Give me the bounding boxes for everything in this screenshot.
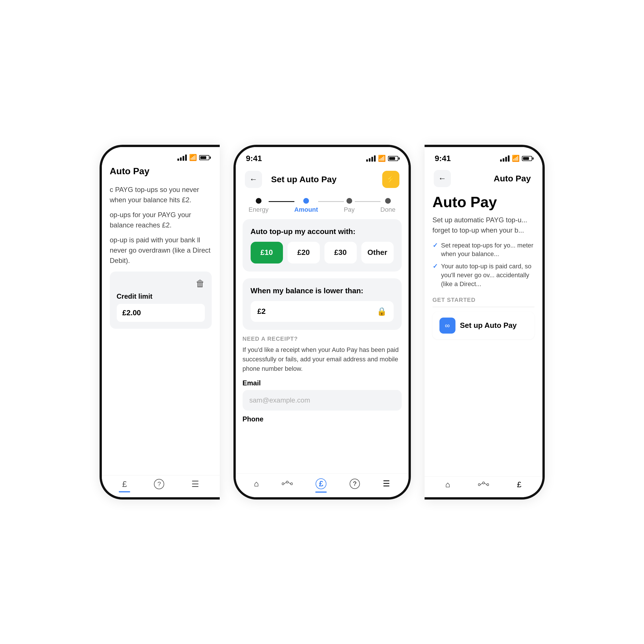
step-done-dot — [385, 198, 391, 204]
delete-icon[interactable]: 🗑 — [117, 278, 205, 289]
autopay-title: Auto Pay — [433, 194, 534, 210]
battery-icon — [522, 156, 532, 161]
amount-10-button[interactable]: £10 — [251, 242, 283, 263]
right-status-bar: 9:41 📶 — [425, 147, 542, 165]
step-done-label: Done — [381, 206, 396, 213]
amount-options: £10 £20 £30 Other — [251, 242, 394, 263]
payments-icon: £ — [122, 479, 127, 489]
center-nav-header: ← Set up Auto Pay ⚡ — [236, 165, 409, 193]
receipt-section: NEED A RECEIPT? If you'd like a receipt … — [236, 333, 409, 379]
center-nav-usage[interactable] — [282, 481, 293, 487]
right-content: Auto Pay Set up automatic PAYG top-u...f… — [425, 192, 542, 476]
right-nav-payments[interactable]: £ — [517, 480, 522, 489]
svg-point-7 — [487, 484, 489, 486]
svg-point-1 — [286, 481, 288, 483]
step-energy: Energy — [249, 198, 269, 213]
usage-icon — [282, 481, 293, 487]
check-icon-2: ✓ — [433, 262, 438, 288]
svg-point-6 — [483, 482, 485, 484]
infinity-icon: ∞ — [439, 318, 455, 334]
signal-icon — [177, 154, 187, 161]
home-icon: ⌂ — [254, 479, 259, 488]
scene: 📶 Auto Pay c PAYG top-ups so you never w… — [0, 0, 644, 644]
center-nav-menu[interactable]: ☰ — [383, 479, 390, 488]
balance-card: When my balance is lower than: £2 🔒 — [243, 278, 402, 330]
left-content: c PAYG top-ups so you never when your ba… — [102, 180, 220, 475]
lock-icon: 🔒 — [377, 307, 387, 316]
step-line-3 — [355, 201, 381, 202]
svg-line-8 — [480, 483, 483, 485]
step-amount: Amount — [294, 198, 318, 213]
phone-label: Phone — [236, 415, 409, 423]
lightning-button[interactable]: ⚡ — [382, 171, 399, 188]
left-nav-help[interactable]: ? — [154, 479, 164, 489]
check-icon-1: ✓ — [433, 241, 438, 259]
svg-line-9 — [485, 483, 487, 485]
left-nav-menu[interactable]: ☰ — [191, 479, 199, 489]
center-nav-help[interactable]: ? — [350, 479, 360, 489]
svg-point-0 — [282, 483, 284, 485]
setup-btn-label: Set up Auto Pay — [460, 321, 517, 330]
svg-line-3 — [284, 482, 286, 484]
menu-icon: ☰ — [383, 479, 390, 488]
amount-card: Auto top-up my account with: £10 £20 £30… — [243, 219, 402, 272]
wifi-icon: 📶 — [378, 155, 386, 162]
right-status-icons: 📶 — [500, 155, 532, 162]
amount-other-button[interactable]: Other — [361, 242, 394, 263]
center-nav-payments[interactable]: £ — [316, 478, 326, 489]
center-time: 9:41 — [246, 154, 262, 163]
amount-card-title: Auto top-up my account with: — [251, 227, 394, 236]
right-nav-header: ← Auto Pay — [425, 165, 542, 192]
left-nav-payments[interactable]: £ — [122, 479, 127, 489]
home-icon: ⌂ — [445, 480, 450, 489]
autopay-desc: Set up automatic PAYG top-u...forget to … — [433, 215, 534, 235]
left-desc-2: op-ups for your PAYG your balance reache… — [110, 210, 212, 230]
setup-auto-pay-button[interactable]: ∞ Set up Auto Pay — [433, 312, 534, 339]
check-text-2: Your auto top-up is paid card, so you'll… — [441, 262, 534, 288]
check-text-1: Set repeat top-ups for yo... meter when … — [441, 241, 534, 259]
step-energy-dot — [256, 198, 261, 204]
help-icon: ? — [350, 479, 360, 489]
balance-card-title: When my balance is lower than: — [251, 286, 394, 295]
payments-icon: £ — [517, 480, 522, 489]
usage-icon — [478, 481, 489, 488]
receipt-label: NEED A RECEIPT? — [243, 336, 402, 342]
amount-20-button[interactable]: £20 — [288, 242, 320, 263]
right-back-button[interactable]: ← — [434, 170, 451, 187]
back-button[interactable]: ← — [245, 171, 262, 188]
center-bottom-nav: ⌂ £ ? — [236, 473, 409, 497]
svg-point-2 — [291, 483, 293, 485]
left-page-title: Auto Pay — [110, 166, 212, 177]
step-amount-label: Amount — [294, 206, 318, 213]
svg-point-5 — [478, 484, 480, 486]
left-desc-1: c PAYG top-ups so you never when your ba… — [110, 185, 212, 205]
left-bottom-nav: £ ? ☰ — [102, 475, 220, 497]
credit-limit-value: £2.00 — [117, 304, 205, 322]
help-icon: ? — [154, 479, 164, 489]
battery-icon — [199, 155, 209, 160]
right-phone: 9:41 📶 ← Auto Pay Auto Pay — [425, 145, 545, 500]
left-status-icons: 📶 — [177, 154, 209, 161]
center-nav-home[interactable]: ⌂ — [254, 479, 259, 488]
email-label: Email — [236, 379, 409, 387]
wifi-icon: 📶 — [512, 155, 520, 162]
svg-line-4 — [288, 482, 291, 484]
center-status-icons: 📶 — [366, 155, 398, 162]
right-screen: 9:41 📶 ← Auto Pay Auto Pay — [425, 147, 542, 497]
credit-limit-box: 🗑 Credit limit £2.00 — [110, 272, 212, 329]
wifi-icon: 📶 — [189, 154, 197, 161]
step-pay-dot — [346, 198, 352, 204]
center-status-bar: 9:41 📶 — [236, 147, 409, 165]
check-item-1: ✓ Set repeat top-ups for yo... meter whe… — [433, 241, 534, 259]
step-amount-dot — [303, 198, 309, 204]
payments-icon: £ — [316, 478, 326, 489]
amount-30-button[interactable]: £30 — [324, 242, 357, 263]
right-nav-home[interactable]: ⌂ — [445, 480, 450, 489]
step-line-1 — [269, 201, 294, 202]
check-list: ✓ Set repeat top-ups for yo... meter whe… — [433, 241, 534, 289]
center-header-title: Set up Auto Pay — [262, 170, 382, 189]
left-desc-3: op-up is paid with your bank ll never go… — [110, 235, 212, 266]
email-input[interactable]: sam@example.com — [243, 390, 402, 411]
balance-value: £2 — [257, 307, 266, 316]
right-nav-usage[interactable] — [478, 481, 489, 488]
